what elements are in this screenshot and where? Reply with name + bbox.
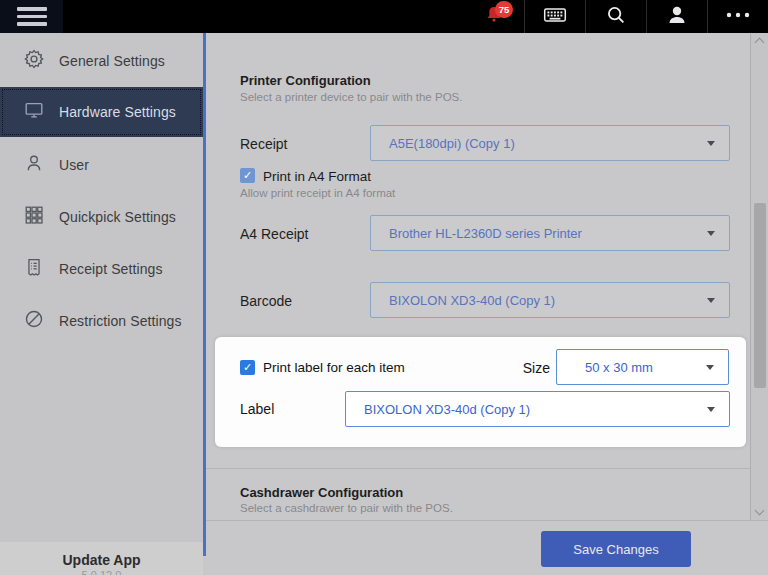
sidebar-item-hardware-settings[interactable]: Hardware Settings (0, 87, 203, 137)
sidebar-item-general-settings[interactable]: General Settings (0, 36, 203, 85)
sidebar-item-label: User (59, 157, 89, 173)
notifications-button[interactable]: 75 (463, 0, 524, 33)
label-size-select[interactable]: 50 x 30 mm (556, 349, 729, 385)
sidebar-item-label: Restriction Settings (59, 313, 182, 329)
save-changes-button[interactable]: Save Changes (541, 531, 691, 567)
user-icon (665, 3, 689, 31)
a4-receipt-label: A4 Receipt (240, 226, 308, 242)
barcode-label: Barcode (240, 293, 292, 309)
update-app-label: Update App (62, 552, 140, 568)
receipt-icon (23, 256, 45, 282)
size-label: Size (505, 360, 550, 376)
cashdrawer-configuration-title: Cashdrawer Configuration (240, 485, 403, 500)
print-label-label: Print label for each item (263, 360, 405, 375)
chevron-down-icon (706, 365, 714, 370)
footer-divider (206, 520, 768, 521)
print-a4-sublabel: Allow print receipt in A4 format (240, 187, 395, 199)
a4-receipt-printer-select[interactable]: Brother HL-L2360D series Printer (370, 215, 730, 251)
hamburger-menu-button[interactable] (0, 0, 63, 33)
more-options-button[interactable] (707, 0, 768, 33)
user-account-button[interactable] (646, 0, 707, 33)
sidebar-item-label: Quickpick Settings (59, 209, 176, 225)
no-entry-icon (23, 308, 45, 334)
search-icon (605, 4, 627, 30)
print-a4-label: Print in A4 Format (263, 169, 371, 184)
receipt-label: Receipt (240, 136, 287, 152)
chevron-down-icon (707, 141, 715, 146)
person-icon (23, 152, 45, 178)
more-options-icon (723, 3, 753, 31)
scrollbar-thumb[interactable] (754, 203, 766, 388)
settings-sidebar: General Settings Hardware Settings User (0, 33, 203, 575)
keyboard-icon (542, 2, 568, 32)
cashdrawer-configuration-subtitle: Select a cashdrawer to pair with the POS… (240, 502, 453, 514)
print-label-checkbox[interactable] (240, 360, 255, 375)
section-divider (206, 468, 768, 469)
top-bar-actions: 75 (463, 0, 768, 33)
sidebar-item-label: Receipt Settings (59, 261, 163, 277)
sidebar-item-quickpick-settings[interactable]: Quickpick Settings (0, 192, 203, 241)
search-button[interactable] (585, 0, 646, 33)
gear-icon (23, 48, 45, 74)
chevron-down-icon (707, 298, 715, 303)
menu-icon (17, 7, 47, 11)
barcode-printer-select[interactable]: BIXOLON XD3-40d (Copy 1) (370, 282, 730, 318)
chevron-down-icon (707, 231, 715, 236)
label-printer-select[interactable]: BIXOLON XD3-40d (Copy 1) (345, 391, 730, 427)
content-scrollbar[interactable] (750, 33, 768, 520)
print-a4-checkbox[interactable] (240, 168, 255, 183)
label-printer-label: Label (240, 401, 274, 417)
keyboard-button[interactable] (524, 0, 585, 33)
printer-configuration-subtitle: Select a printer device to pair with the… (240, 91, 462, 103)
sidebar-item-label: General Settings (59, 53, 165, 69)
monitor-icon (23, 99, 45, 125)
sidebar-item-restriction-settings[interactable]: Restriction Settings (0, 296, 203, 345)
receipt-printer-select[interactable]: A5E(180dpi) (Copy 1) (370, 125, 730, 161)
notification-badge: 75 (495, 1, 513, 18)
scroll-down-icon[interactable] (755, 506, 765, 516)
update-app-button[interactable]: Update App 5.0.12.0 (0, 542, 203, 575)
sidebar-item-receipt-settings[interactable]: Receipt Settings (0, 244, 203, 293)
pos-settings-screen: 75 (0, 0, 768, 575)
chevron-down-icon (707, 407, 715, 412)
printer-configuration-title: Printer Configuration (240, 73, 371, 88)
sidebar-item-label: Hardware Settings (59, 104, 176, 120)
scroll-up-icon[interactable] (755, 38, 765, 48)
grid-icon (23, 204, 45, 230)
app-version: 5.0.12.0 (82, 569, 122, 575)
sidebar-item-user[interactable]: User (0, 140, 203, 189)
top-bar: 75 (0, 0, 768, 33)
